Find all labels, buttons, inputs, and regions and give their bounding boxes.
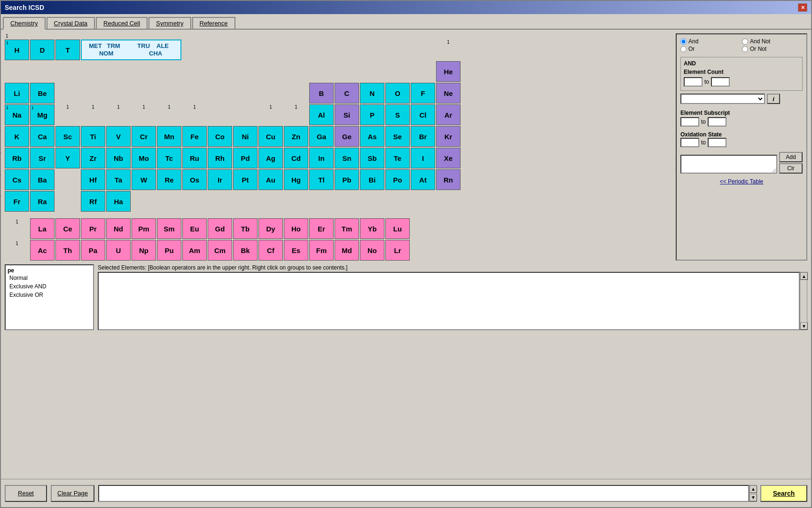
element-V[interactable]: V <box>106 126 131 147</box>
element-Rb[interactable]: Rb <box>5 148 29 168</box>
type-exclusive-or[interactable]: Exclusive OR <box>8 291 91 299</box>
element-Os[interactable]: Os <box>182 169 207 190</box>
oxidation-to[interactable] <box>708 138 726 147</box>
element-Ga[interactable]: Ga <box>309 126 334 147</box>
reset-button[interactable]: Reset <box>5 485 47 502</box>
radio-and-not-input[interactable] <box>742 39 748 45</box>
tab-crystal-data[interactable]: Crystal Data <box>47 17 95 29</box>
radio-or-not-input[interactable] <box>742 46 748 52</box>
tab-reference[interactable]: Reference <box>192 17 235 29</box>
radio-or-input[interactable] <box>680 46 687 52</box>
element-Bi[interactable]: Bi <box>360 169 384 190</box>
element-Co[interactable]: Co <box>208 126 232 147</box>
element-U[interactable]: U <box>106 240 131 261</box>
element-Lr[interactable]: Lr <box>385 240 410 261</box>
element-Rf[interactable]: Rf <box>81 191 105 212</box>
element-Br[interactable]: Br <box>411 126 435 147</box>
element-Zn[interactable]: Zn <box>284 126 308 147</box>
element-Cf[interactable]: Cf <box>258 240 283 261</box>
element-La[interactable]: La <box>30 218 55 239</box>
element-Pu[interactable]: Pu <box>157 240 181 261</box>
element-Lu[interactable]: Lu <box>385 218 410 239</box>
subscript-to[interactable] <box>708 117 726 127</box>
scroll-up-arrow[interactable]: ▲ <box>800 272 808 280</box>
type-normal[interactable]: Normal <box>8 274 91 282</box>
element-Rn[interactable]: Rn <box>436 169 461 190</box>
element-Hg[interactable]: Hg <box>284 169 308 190</box>
element-Ir[interactable]: Ir <box>208 169 232 190</box>
element-Cu[interactable]: Cu <box>258 126 283 147</box>
element-P[interactable]: P <box>360 104 384 125</box>
element-Cd[interactable]: Cd <box>284 148 308 168</box>
element-Ba[interactable]: Ba <box>30 169 55 190</box>
element-Pa[interactable]: Pa <box>81 240 105 261</box>
element-Er[interactable]: Er <box>309 218 334 239</box>
element-Pr[interactable]: Pr <box>81 218 105 239</box>
element-Kr[interactable]: Kr <box>436 126 461 147</box>
element-count-from[interactable] <box>684 77 703 87</box>
element-Ra[interactable]: Ra <box>30 191 55 212</box>
selected-elements-box[interactable] <box>98 272 800 330</box>
element-Mn[interactable]: Mn <box>157 126 181 147</box>
oxidation-from[interactable] <box>680 138 699 147</box>
element-T[interactable]: T <box>55 40 80 60</box>
element-Ti[interactable]: Ti <box>81 126 105 147</box>
element-Ru[interactable]: Ru <box>182 148 207 168</box>
clr-button[interactable]: Clr <box>779 163 803 174</box>
element-Sm[interactable]: Sm <box>157 218 181 239</box>
info-button[interactable]: i <box>767 94 780 104</box>
element-Ag[interactable]: Ag <box>258 148 283 168</box>
element-count-to[interactable] <box>711 77 730 87</box>
element-Ha[interactable]: Ha <box>106 191 131 212</box>
subscript-from[interactable] <box>680 117 699 127</box>
element-Cm[interactable]: Cm <box>208 240 232 261</box>
periodic-table-link[interactable]: << Periodic Table <box>680 178 803 185</box>
element-Cl[interactable]: Cl <box>411 104 435 125</box>
radio-and[interactable]: And <box>680 38 741 45</box>
footer-scrollbar[interactable]: ▲ ▼ <box>749 485 757 502</box>
element-H[interactable]: 1H <box>5 40 29 60</box>
element-Nd[interactable]: Nd <box>106 218 131 239</box>
element-Yb[interactable]: Yb <box>360 218 384 239</box>
element-B[interactable]: B <box>309 83 334 103</box>
add-clr-textarea[interactable] <box>680 155 777 174</box>
element-Ca[interactable]: Ca <box>30 126 55 147</box>
element-Th[interactable]: Th <box>55 240 80 261</box>
element-Be[interactable]: Be <box>30 83 55 103</box>
element-Hf[interactable]: Hf <box>81 169 105 190</box>
element-Ge[interactable]: Ge <box>335 126 359 147</box>
radio-and-not[interactable]: And Not <box>742 38 803 45</box>
footer-scroll-up[interactable]: ▲ <box>750 485 757 493</box>
footer-search-input[interactable] <box>98 485 749 502</box>
element-Sn[interactable]: Sn <box>335 148 359 168</box>
radio-or[interactable]: Or <box>680 46 741 52</box>
element-In[interactable]: In <box>309 148 334 168</box>
element-Pm[interactable]: Pm <box>132 218 156 239</box>
element-Ta[interactable]: Ta <box>106 169 131 190</box>
element-Eu[interactable]: Eu <box>182 218 207 239</box>
element-Na[interactable]: 1Na <box>5 104 29 125</box>
element-Am[interactable]: Am <box>182 240 207 261</box>
type-exclusive-and[interactable]: Exclusive AND <box>8 282 91 291</box>
element-He[interactable]: He <box>436 61 461 82</box>
element-Fm[interactable]: Fm <box>309 240 334 261</box>
footer-scroll-down[interactable]: ▼ <box>750 494 757 501</box>
element-Mg[interactable]: 1Mg <box>30 104 55 125</box>
element-S[interactable]: S <box>385 104 410 125</box>
scrollbar-right[interactable]: ▲ ▼ <box>800 272 807 330</box>
element-Fe[interactable]: Fe <box>182 126 207 147</box>
element-Zr[interactable]: Zr <box>81 148 105 168</box>
add-button[interactable]: Add <box>779 152 803 162</box>
element-Tl[interactable]: Tl <box>309 169 334 190</box>
element-Sb[interactable]: Sb <box>360 148 384 168</box>
group-box-met[interactable]: MET TRM NOM TRU ALE CHA <box>81 40 181 60</box>
tab-reduced-cell[interactable]: Reduced Cell <box>96 17 148 29</box>
element-Xe[interactable]: Xe <box>436 148 461 168</box>
element-Bk[interactable]: Bk <box>233 240 258 261</box>
element-At[interactable]: At <box>411 169 435 190</box>
scroll-down-arrow[interactable]: ▼ <box>800 322 808 330</box>
element-Pb[interactable]: Pb <box>335 169 359 190</box>
element-Dy[interactable]: Dy <box>258 218 283 239</box>
close-button[interactable]: ✕ <box>798 3 807 12</box>
search-button[interactable]: Search <box>760 485 807 502</box>
